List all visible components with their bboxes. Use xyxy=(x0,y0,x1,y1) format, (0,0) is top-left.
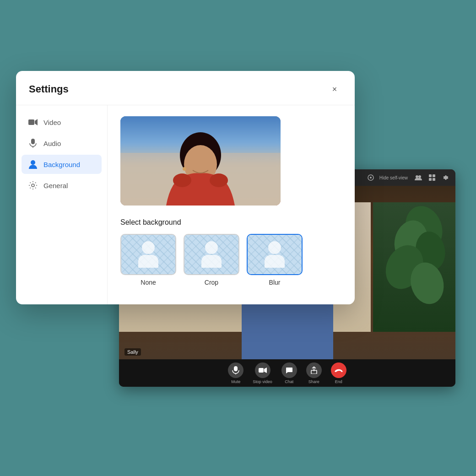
end-call-button[interactable]: End xyxy=(331,362,346,384)
modal-title: Settings xyxy=(29,83,69,95)
sidebar-item-general[interactable]: General xyxy=(22,176,102,195)
svg-rect-13 xyxy=(234,366,238,371)
mute-button[interactable]: Mute xyxy=(228,362,243,384)
sidebar-general-label: General xyxy=(43,182,68,189)
microphone-icon xyxy=(28,138,38,148)
sidebar-background-label: Background xyxy=(43,161,80,168)
sidebar-video-label: Video xyxy=(43,119,61,126)
svg-rect-6 xyxy=(429,178,432,181)
bg-option-card-blur[interactable] xyxy=(247,234,303,275)
grid-view-btn[interactable] xyxy=(427,173,437,183)
mute-icon xyxy=(228,362,243,378)
crop-head-icon xyxy=(205,241,218,254)
share-button[interactable]: Share xyxy=(306,362,322,384)
svg-point-2 xyxy=(416,175,418,178)
svg-rect-17 xyxy=(28,119,34,125)
modal-header: Settings × xyxy=(16,71,355,105)
participant-name-tag: Sally xyxy=(124,348,141,356)
bg-option-blur-label: Blur xyxy=(269,279,281,286)
person-icon xyxy=(28,159,38,169)
settings-btn[interactable] xyxy=(441,173,451,183)
sidebar-audio-label: Audio xyxy=(43,140,61,147)
stop-video-icon xyxy=(255,362,270,378)
svg-point-21 xyxy=(32,184,34,187)
section-title: Select background xyxy=(120,218,342,227)
stop-video-button[interactable]: Stop video xyxy=(253,362,272,384)
svg-point-20 xyxy=(31,160,35,165)
self-view-btn[interactable] xyxy=(366,173,376,183)
call-bottom-bar: Mute Stop video Chat xyxy=(119,359,455,387)
toolbar-left-group: Hide self-view xyxy=(366,173,408,183)
blur-head-icon xyxy=(268,241,281,254)
svg-point-3 xyxy=(418,175,421,178)
background-preview xyxy=(120,116,281,206)
settings-sidebar: Video Audio xyxy=(16,105,108,304)
svg-rect-7 xyxy=(433,178,435,181)
share-label: Share xyxy=(308,379,319,384)
chat-button[interactable]: Chat xyxy=(281,362,297,384)
sidebar-item-video[interactable]: Video xyxy=(22,113,102,132)
end-call-icon xyxy=(331,362,346,378)
none-person-icon xyxy=(138,241,158,268)
sidebar-item-background[interactable]: Background xyxy=(22,155,102,174)
background-options: None Crop xyxy=(120,234,342,286)
modal-body: Video Audio xyxy=(16,105,355,304)
svg-point-28 xyxy=(173,173,191,187)
bg-option-crop[interactable]: Crop xyxy=(184,234,239,286)
self-view-label: Hide self-view xyxy=(379,175,408,180)
bg-option-card-crop[interactable] xyxy=(184,234,239,275)
blur-body-icon xyxy=(265,255,285,268)
svg-point-1 xyxy=(370,177,372,178)
share-icon xyxy=(306,362,322,378)
svg-point-27 xyxy=(183,167,186,171)
svg-rect-4 xyxy=(429,174,432,177)
video-camera-icon xyxy=(28,117,38,127)
bg-option-blur[interactable]: Blur xyxy=(247,234,303,286)
participants-btn[interactable] xyxy=(413,173,423,183)
bg-option-none-label: None xyxy=(141,279,156,286)
crop-body-icon xyxy=(201,255,222,268)
close-button[interactable]: × xyxy=(327,82,342,97)
settings-content: Select background None xyxy=(108,105,355,304)
none-body-icon xyxy=(138,255,158,268)
stop-video-label: Stop video xyxy=(253,379,272,384)
sidebar-item-audio[interactable]: Audio xyxy=(22,134,102,153)
bg-option-none[interactable]: None xyxy=(120,234,176,286)
settings-modal: Settings × Video xyxy=(16,71,355,304)
toolbar-right-group xyxy=(413,173,451,183)
chat-icon xyxy=(281,362,297,378)
bg-option-card-none[interactable] xyxy=(120,234,176,275)
crop-person-icon xyxy=(201,241,222,268)
bg-option-crop-label: Crop xyxy=(205,279,218,286)
svg-rect-15 xyxy=(259,368,264,373)
svg-rect-5 xyxy=(433,174,435,177)
gear-icon xyxy=(28,180,38,190)
none-head-icon xyxy=(142,241,155,254)
blur-person-icon xyxy=(265,241,285,268)
mute-label: Mute xyxy=(231,379,240,384)
preview-background xyxy=(120,116,281,206)
chat-label: Chat xyxy=(285,379,293,384)
svg-point-29 xyxy=(210,173,228,187)
svg-rect-18 xyxy=(31,139,35,144)
end-call-label: End xyxy=(335,379,342,384)
